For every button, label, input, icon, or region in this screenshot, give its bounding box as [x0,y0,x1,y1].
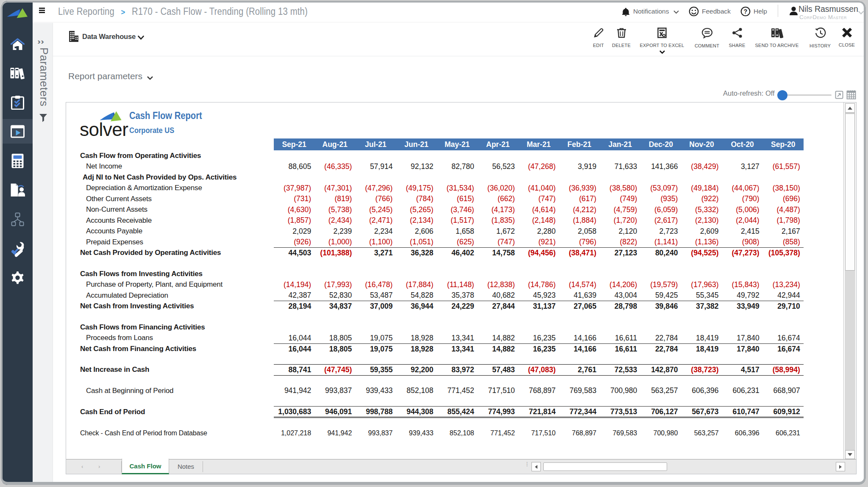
svg-text:?: ? [744,8,748,15]
